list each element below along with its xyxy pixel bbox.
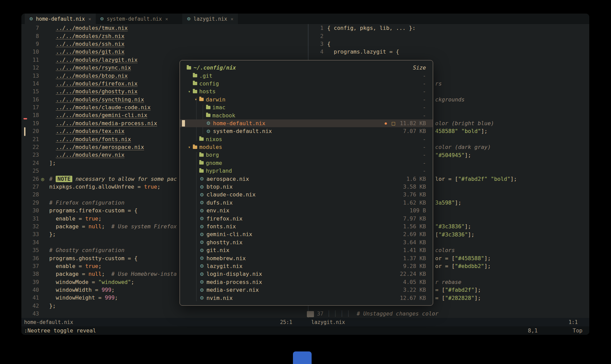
code-segment: null [89,223,102,230]
left-scrollbar-thumb[interactable] [24,127,25,136]
dock-hidden-window[interactable] [293,351,312,364]
item-name: nvim.nix [206,295,233,301]
tab-system-default.nix[interactable]: ⚙system-default.nix× [96,14,173,24]
code-text: ../../modules/aerospace.nix [49,144,144,150]
right-scrollbar-thumb[interactable] [307,311,314,317]
tree-item-env.nix[interactable]: ⚙env.nix109 B [180,207,433,214]
code-segment: = [ [435,287,445,293]
code-segment [49,41,56,47]
code-segment: # Firefox configuration [49,199,125,206]
item-name: env.nix [206,207,229,214]
statusline-right-window: lazygit.nix 1:1 [308,318,589,326]
code-text: windowMode = "windowed"; [49,279,134,285]
tab-home-default.nix[interactable]: ⚙home-default.nix× [25,14,96,24]
tree-item-firefox.nix[interactable]: ⚙firefox.nix7.97 KB [180,214,433,222]
item-size: 7.07 KB [402,128,426,134]
folder-icon [199,169,204,173]
tree-item-borg[interactable]: borg- [180,151,433,159]
close-icon[interactable]: × [165,16,168,22]
nix-file-icon: ⚙ [199,248,204,253]
tree-item-fonts.nix[interactable]: ⚙fonts.nix1.56 KB [180,223,433,230]
code-line[interactable]: 7 ../../modules/tmux.nix [21,24,308,32]
tree-item-hosts[interactable]: ▾hosts- [180,88,433,95]
neotree-popup: ~/.config/nix Size .git-config-▾hosts-▾d… [180,60,433,306]
code-segment: { config, pkgs, lib, ... }: [327,25,415,31]
tree-item-lazygit.nix[interactable]: ⚙lazygit.nix9.28 KB [180,262,433,270]
tree-item-btop.nix[interactable]: ⚙btop.nix3.58 KB [180,183,433,191]
code-line[interactable]: 1{ config, pkgs, lib, ... }: [309,24,589,32]
tab-lazygit.nix[interactable]: ⚙lazygit.nix× [182,14,238,24]
code-segment [49,96,56,103]
tree-item-hyprland[interactable]: hyprland- [180,167,433,175]
code-segment: }; [49,303,56,309]
item-size: 9.28 KB [402,263,426,269]
code-text: windowWidth = 999; [49,287,115,293]
code-segment: windowMode = [49,279,98,285]
tree-item-nvim.nix[interactable]: ⚙nvim.nix12.67 KB [180,294,433,302]
close-icon[interactable]: × [88,16,91,22]
tree-item-gemini-cli.nix[interactable]: ⚙gemini-cli.nix2.69 KB [180,230,433,238]
tree-item-claude-code.nix[interactable]: ⚙claude-code.nix3.76 KB [180,191,433,198]
item-name: gnome [206,160,222,166]
code-text: { config, pkgs, lib, ... }: [327,25,415,31]
tree-item-ghostty.nix[interactable]: ⚙ghostty.nix3.64 KB [180,238,433,246]
tree-item-homebrew.nix[interactable]: ⚙homebrew.nix1.37 KB [180,254,433,262]
tree-item-nixos[interactable]: nixos- [180,135,433,143]
tree-item-config[interactable]: config- [180,80,433,88]
line-number: 29 [21,199,39,206]
item-size: 3.58 KB [402,184,426,190]
code-text: # NOTE necessary to allow for some pac [49,176,177,182]
tree-item-.git[interactable]: .git- [180,72,433,79]
tree-item-system-default.nix[interactable]: ⚙system-default.nix7.07 KB [180,127,433,135]
tree-item-macbook[interactable]: macbook- [180,111,433,119]
item-size: 3.64 KB [402,239,426,246]
code-segment [49,80,56,87]
tree-item-aerospace.nix[interactable]: ⚙aerospace.nix1.6 KB [180,175,433,183]
code-segment [49,136,56,142]
item-meta: - [402,104,433,111]
code-line[interactable]: 2 [309,32,589,40]
folder-icon [206,114,210,117]
code-segment: ../../modules/media-process.nix [56,120,157,127]
code-segment: ]; [484,255,491,262]
tree-item-darwin[interactable]: ▾darwin- [180,96,433,103]
tree-item-gnome[interactable]: gnome- [180,159,433,167]
item-meta: - [402,73,433,79]
line-number: 15 [21,88,39,95]
sign-column: ◎ [39,176,49,182]
statusline-left-filename: home-default.nix [24,319,73,325]
code-line[interactable]: 3{ [309,40,589,48]
folder-open-icon [187,66,191,70]
code-segment: ../../modules/claude-code.nix [56,104,150,111]
item-name: home-default.nix [213,120,265,127]
code-line[interactable]: 4 programs.lazygit = { [309,48,589,56]
code-segment [49,144,56,150]
code-segment [49,33,56,39]
code-segment [49,49,56,55]
tree-item-media-server.nix[interactable]: ⚙media-server.nix3.22 KB [180,286,433,294]
item-size: 1.41 KB [402,247,426,253]
code-segment: true [85,215,98,222]
code-line[interactable]: 8 ../../modules/zsh.nix [21,32,308,40]
code-fragment: 3a598"]; [435,199,461,207]
line-number: 14 [21,80,39,87]
code-line[interactable]: 9 ../../modules/ssh.nix [21,40,308,48]
code-segment: # Ghostty configuration [49,247,125,253]
code-line[interactable]: 10 ../../modules/git.nix [21,48,308,56]
code-text: # Ghostty configuration [49,247,125,253]
code-line[interactable]: 37│ │ │ │ # Unstagged changes color [309,310,589,318]
tree-item-media-process.nix[interactable]: ⚙media-process.nix4.05 KB [180,278,433,286]
tree-item-imac[interactable]: imac- [180,103,433,111]
tree-item-dufs.nix[interactable]: ⚙dufs.nix1.62 KB [180,199,433,207]
code-segment: windowHeight = [49,294,105,301]
item-name: fonts.nix [206,223,236,230]
code-segment: ; [101,271,111,277]
close-icon[interactable]: × [230,16,233,22]
code-line[interactable]: 43 [21,310,308,318]
code-segment: ../../modules/zsh.nix [56,33,124,39]
code-segment: package = [49,223,89,230]
tree-item-git.nix[interactable]: ⚙git.nix1.41 KB [180,246,433,254]
tree-item-home-default.nix[interactable]: ⚙home-default.nix●□11.82 KB [180,119,433,127]
tree-item-login-display.nix[interactable]: ⚙login-display.nix22.24 KB [180,270,433,278]
tree-item-modules[interactable]: ▾modules- [180,143,433,151]
